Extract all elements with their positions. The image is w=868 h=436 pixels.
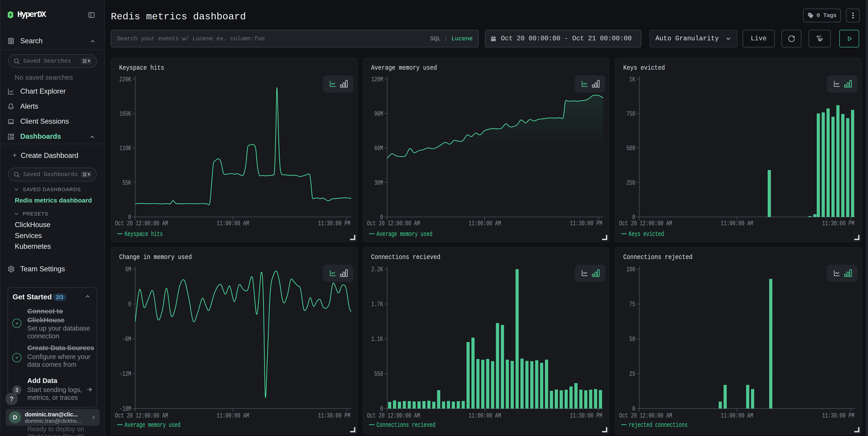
svg-text:Connections recieved: Connections recieved [376,421,435,429]
svg-text:120M: 120M [371,76,383,83]
svg-text:50: 50 [629,335,635,343]
svg-text:11:00:00 AM: 11:00:00 AM [469,412,501,419]
svg-text:Keyspace hits: Keyspace hits [124,230,163,238]
svg-text:-6M: -6M [122,335,131,343]
svg-text:Oct 20 12:00:00 AM: Oct 20 12:00:00 AM [367,220,420,227]
svg-text:Oct 20 12:00:00 AM: Oct 20 12:00:00 AM [115,220,168,227]
svg-text:11:00:00 AM: 11:00:00 AM [217,412,249,419]
svg-text:11:30:00 PM: 11:30:00 PM [822,412,854,419]
svg-text:6M: 6M [125,266,131,273]
svg-text:2.2K: 2.2K [371,266,383,273]
svg-text:250: 250 [626,179,635,187]
svg-text:Oct 20 12:00:00 AM: Oct 20 12:00:00 AM [619,412,672,419]
svg-text:1.1K: 1.1K [371,335,383,343]
svg-text:90M: 90M [374,110,383,118]
svg-text:25: 25 [629,370,635,378]
svg-text:30M: 30M [374,179,383,187]
svg-text:11:00:00 AM: 11:00:00 AM [721,220,753,227]
svg-text:Keys evicted: Keys evicted [623,64,665,72]
svg-text:-12M: -12M [119,370,131,378]
svg-text:Oct 20 12:00:00 AM: Oct 20 12:00:00 AM [619,220,672,227]
svg-text:Keyspace hits: Keyspace hits [119,64,164,72]
svg-text:55K: 55K [122,179,131,187]
svg-text:100: 100 [626,266,635,273]
svg-text:11:30:00 PM: 11:30:00 PM [570,220,602,227]
svg-text:11:30:00 PM: 11:30:00 PM [570,412,602,419]
svg-text:Change in memory used: Change in memory used [119,253,192,261]
svg-text:1.7K: 1.7K [371,300,383,308]
svg-text:75: 75 [629,300,635,308]
svg-text:0: 0 [128,300,131,308]
svg-text:Average memory used: Average memory used [371,64,437,72]
svg-text:Connections recieved: Connections recieved [371,253,440,261]
svg-text:60M: 60M [374,144,383,152]
svg-text:11:30:00 PM: 11:30:00 PM [318,220,350,227]
svg-text:1K: 1K [629,76,635,83]
svg-text:Average memory used: Average memory used [124,421,181,429]
svg-text:Oct 20 12:00:00 AM: Oct 20 12:00:00 AM [115,412,168,419]
svg-text:11:00:00 AM: 11:00:00 AM [217,220,249,227]
svg-text:Connections rejected: Connections rejected [623,253,692,261]
svg-text:110K: 110K [120,144,131,152]
svg-text:Keys evicted: Keys evicted [628,230,664,238]
svg-text:165K: 165K [120,110,131,118]
svg-text:11:00:00 AM: 11:00:00 AM [721,412,753,419]
svg-text:11:30:00 PM: 11:30:00 PM [318,412,350,419]
svg-text:750: 750 [626,110,635,118]
svg-text:Oct 20 12:00:00 AM: Oct 20 12:00:00 AM [367,412,420,419]
svg-text:Average memory used: Average memory used [376,230,432,238]
svg-text:220K: 220K [120,76,131,83]
svg-text:rejected connections: rejected connections [628,421,687,429]
svg-text:550: 550 [374,370,383,378]
svg-text:11:30:00 PM: 11:30:00 PM [822,220,854,227]
svg-text:500: 500 [626,144,635,152]
svg-text:11:00:00 AM: 11:00:00 AM [469,220,501,227]
